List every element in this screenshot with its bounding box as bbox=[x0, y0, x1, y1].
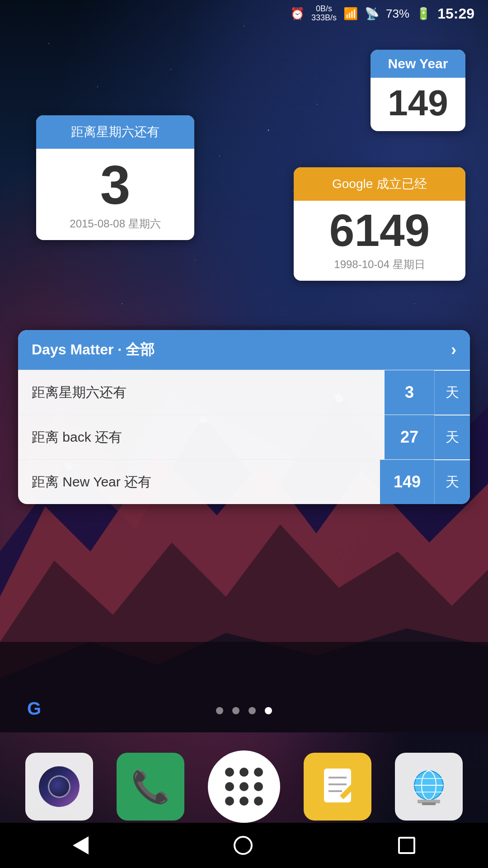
days-matter-header[interactable]: Days Matter · 全部 › bbox=[18, 330, 470, 370]
days-matter-row-2[interactable]: 距离 back 还有 27 天 bbox=[18, 415, 470, 459]
home-circle-icon bbox=[234, 836, 253, 855]
page-dots bbox=[0, 707, 488, 714]
row-3-count: 149 bbox=[380, 460, 434, 504]
new-year-widget-number: 149 bbox=[371, 78, 465, 131]
nav-recents-button[interactable] bbox=[398, 837, 415, 854]
row-2-label: 距离 back 还有 bbox=[18, 415, 385, 459]
status-bar: ⏰ 0B/s 333B/s 📶 📡 73% 🔋 15:29 bbox=[0, 0, 488, 27]
row-3-label: 距离 New Year 还有 bbox=[18, 460, 380, 504]
page-dot-2[interactable] bbox=[232, 707, 239, 714]
svg-rect-20 bbox=[422, 802, 436, 805]
saturday-widget-number: 3 bbox=[36, 149, 194, 217]
days-matter-widget[interactable]: Days Matter · 全部 › 距离星期六还有 3 天 距离 back 还… bbox=[18, 330, 470, 504]
notes-app-icon[interactable] bbox=[304, 753, 371, 821]
camera-app-icon[interactable] bbox=[25, 753, 93, 821]
new-year-widget[interactable]: New Year 149 bbox=[371, 50, 465, 131]
nav-back-button[interactable] bbox=[73, 836, 89, 854]
wifi-icon: 📶 bbox=[343, 7, 358, 21]
row-2-unit: 天 bbox=[434, 415, 470, 459]
recents-square-icon bbox=[398, 837, 415, 854]
battery-icon: 🔋 bbox=[416, 7, 431, 21]
row-3-unit: 天 bbox=[434, 460, 470, 504]
google-widget-header: Google 成立已经 bbox=[294, 167, 465, 201]
row-1-unit: 天 bbox=[434, 371, 470, 415]
signal-icon: 📡 bbox=[365, 7, 379, 21]
svg-rect-9 bbox=[324, 769, 351, 802]
row-2-count: 27 bbox=[385, 415, 434, 459]
days-matter-title: Days Matter · 全部 bbox=[32, 340, 155, 360]
row-1-count: 3 bbox=[385, 370, 434, 415]
row-1-label: 距离星期六还有 bbox=[18, 371, 385, 415]
google-widget-number: 6149 bbox=[294, 201, 465, 257]
phone-app-icon[interactable]: 📞 bbox=[117, 753, 184, 821]
apps-grid bbox=[221, 763, 267, 810]
apps-drawer-icon[interactable] bbox=[208, 750, 280, 823]
clock: 15:29 bbox=[437, 5, 474, 22]
network-down: 333B/s bbox=[311, 14, 337, 23]
google-widget-date: 1998-10-04 星期日 bbox=[294, 257, 465, 281]
saturday-widget-header: 距离星期六还有 bbox=[36, 115, 194, 149]
network-speed: 0B/s 333B/s bbox=[311, 5, 337, 23]
globe-icon bbox=[408, 766, 449, 807]
browser-app-icon[interactable] bbox=[395, 753, 463, 821]
phone-icon: 📞 bbox=[131, 768, 170, 805]
camera-icon bbox=[39, 766, 80, 807]
alarm-icon: ⏰ bbox=[290, 7, 305, 21]
dock: 📞 bbox=[0, 750, 488, 823]
svg-rect-8 bbox=[0, 642, 488, 732]
google-widget[interactable]: Google 成立已经 6149 1998-10-04 星期日 bbox=[294, 167, 465, 281]
page-dot-3[interactable] bbox=[249, 707, 256, 714]
saturday-widget-date: 2015-08-08 星期六 bbox=[36, 217, 194, 240]
page-dot-1[interactable] bbox=[216, 707, 223, 714]
back-triangle-icon bbox=[73, 836, 89, 854]
saturday-widget[interactable]: 距离星期六还有 3 2015-08-08 星期六 bbox=[36, 115, 194, 240]
navigation-bar bbox=[0, 823, 488, 868]
days-matter-row-3[interactable]: 距离 New Year 还有 149 天 bbox=[18, 459, 470, 504]
new-year-widget-header: New Year bbox=[371, 50, 465, 78]
notes-icon bbox=[319, 766, 356, 807]
camera-lens bbox=[48, 775, 70, 798]
days-matter-row-1[interactable]: 距离星期六还有 3 天 bbox=[18, 370, 470, 415]
nav-home-button[interactable] bbox=[234, 836, 253, 855]
page-dot-4-active[interactable] bbox=[265, 707, 272, 714]
days-matter-chevron[interactable]: › bbox=[451, 340, 456, 359]
network-up: 0B/s bbox=[316, 5, 332, 14]
battery-level: 73% bbox=[386, 7, 409, 21]
